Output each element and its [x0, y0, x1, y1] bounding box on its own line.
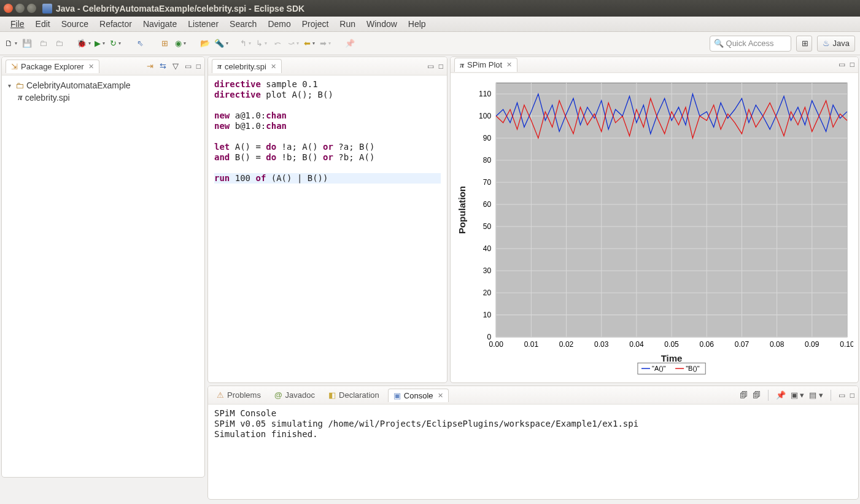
view-menu-icon[interactable]: ▽ [172, 61, 179, 71]
menu-search[interactable]: Search [224, 19, 262, 29]
declaration-label: Declaration [339, 390, 379, 400]
console-new-icon[interactable]: ▤ ▾ [809, 390, 823, 400]
run-button[interactable]: ▶ [93, 37, 106, 50]
menu-navigate[interactable]: Navigate [138, 19, 182, 29]
svg-text:"B()": "B()" [686, 365, 700, 372]
package-explorer-panel: ⇲ Package Explorer ✕ ⇥ ⇆ ▽ ▭ □ ▾ 🗀 Celeb… [1, 56, 205, 478]
search-button[interactable]: 🔦 [215, 37, 227, 50]
open-perspective-button[interactable]: ⊞ [796, 36, 812, 52]
menu-source[interactable]: Source [56, 19, 94, 29]
console-output[interactable]: SPiM Console SPiM v0.05 simulating /home… [208, 405, 858, 499]
menu-project[interactable]: Project [296, 19, 335, 29]
minimize-icon[interactable]: ▭ [839, 391, 845, 400]
nav-fwd2-button[interactable]: ⤻ [287, 37, 300, 50]
nav-back-button[interactable]: ↰ [239, 37, 252, 50]
search-icon: 🔍 [714, 39, 724, 48]
java-perspective-label: Java [833, 39, 850, 48]
minimize-icon[interactable]: ▭ [839, 60, 845, 69]
menu-listener[interactable]: Listener [182, 19, 224, 29]
link-editor-icon[interactable]: ⇆ [160, 61, 166, 71]
print-button[interactable]: 🗀 [53, 37, 65, 50]
editor-tab-label: celebrity.spi [225, 62, 266, 71]
svg-text:0.00: 0.00 [489, 339, 504, 348]
javadoc-icon: @ [274, 390, 282, 400]
svg-text:"A()": "A()" [652, 365, 666, 372]
pin-editor-button[interactable]: 📌 [344, 37, 356, 50]
new-class-button[interactable]: ◉ [174, 37, 187, 50]
maximize-icon[interactable]: □ [439, 62, 443, 71]
svg-text:90: 90 [483, 134, 492, 142]
maximize-icon[interactable]: □ [850, 391, 854, 400]
tree-file-row[interactable]: π celebrity.spi [4, 91, 202, 104]
console-icon: ▣ [393, 391, 401, 400]
folder-icon: 🗀 [15, 80, 24, 90]
menu-refactor[interactable]: Refactor [94, 19, 138, 29]
java-perspective-icon: ♨ [823, 39, 830, 48]
window-titlebar: Java - CelebrityAutomataExample/celebrit… [0, 0, 860, 17]
console-display-icon[interactable]: ▣ ▾ [791, 390, 805, 400]
minimize-icon[interactable]: ▭ [427, 62, 434, 71]
new-button[interactable]: 🗋 [5, 37, 17, 50]
run-last-button[interactable]: ↻ [109, 37, 122, 50]
expand-icon[interactable]: ▾ [6, 82, 13, 89]
open-type-button[interactable]: 📂 [199, 37, 211, 50]
svg-text:0.08: 0.08 [770, 339, 784, 348]
quick-access-input[interactable]: 🔍 Quick Access [710, 36, 791, 52]
window-close-button[interactable] [4, 4, 13, 13]
menu-edit[interactable]: Edit [30, 19, 56, 29]
svg-text:10: 10 [483, 310, 492, 319]
window-minimize-button[interactable] [15, 4, 25, 13]
wand-button[interactable]: ⇖ [134, 37, 146, 50]
nav-prev-edit-button[interactable]: ⤺ [271, 37, 284, 50]
menu-window[interactable]: Window [361, 19, 403, 29]
close-icon[interactable]: ✕ [505, 61, 512, 69]
minimize-icon[interactable]: ▭ [185, 62, 192, 71]
tree-file-label: celebrity.spi [25, 93, 70, 103]
svg-text:110: 110 [479, 90, 491, 98]
close-icon[interactable]: ✕ [436, 392, 443, 400]
package-tree[interactable]: ▾ 🗀 CelebrityAutomataExample π celebrity… [2, 76, 204, 477]
console-label: Console [404, 391, 433, 400]
window-title: Java - CelebrityAutomataExample/celebrit… [56, 4, 304, 14]
code-editor[interactable]: directive sample 0.1 directive plot A();… [208, 76, 447, 382]
collapse-all-icon[interactable]: ⇥ [147, 61, 153, 71]
menu-demo[interactable]: Demo [262, 19, 296, 29]
menu-file[interactable]: File [5, 19, 30, 29]
save-button[interactable]: 💾 [21, 37, 33, 50]
nav-fwd3-button[interactable]: ➡ [319, 37, 331, 50]
maximize-icon[interactable]: □ [196, 62, 201, 71]
svg-text:0.10: 0.10 [840, 339, 853, 348]
svg-text:30: 30 [483, 266, 492, 274]
console-pin-icon[interactable]: 📌 [776, 390, 786, 400]
java-perspective-button[interactable]: ♨ Java [817, 36, 855, 52]
window-maximize-button[interactable] [27, 4, 36, 13]
javadoc-label: Javadoc [285, 390, 315, 400]
bottom-panel: ⚠ Problems @ Javadoc ◧ Declaration ▣ Con… [207, 386, 859, 500]
console-action1-icon[interactable]: 🗐 [740, 390, 748, 400]
svg-text:0.06: 0.06 [700, 339, 715, 348]
package-explorer-tab[interactable]: ⇲ Package Explorer ✕ [6, 60, 99, 73]
problems-tab[interactable]: ⚠ Problems [212, 389, 266, 401]
chart-area[interactable]: 0.000.010.020.030.040.050.060.070.080.09… [453, 77, 853, 381]
svg-text:20: 20 [483, 288, 492, 297]
menu-help[interactable]: Help [403, 19, 432, 29]
nav-back2-button[interactable]: ⬅ [303, 37, 316, 50]
declaration-tab[interactable]: ◧ Declaration [323, 389, 384, 401]
spim-plot-tab[interactable]: π SPim Plot ✕ [454, 58, 517, 72]
maximize-icon[interactable]: □ [850, 60, 854, 69]
javadoc-tab[interactable]: @ Javadoc [269, 389, 320, 401]
new-package-button[interactable]: ⊞ [158, 37, 171, 50]
tree-project-row[interactable]: ▾ 🗀 CelebrityAutomataExample [4, 79, 202, 91]
close-icon[interactable]: ✕ [87, 63, 94, 71]
svg-text:50: 50 [483, 222, 492, 230]
menu-run[interactable]: Run [334, 19, 361, 29]
close-icon[interactable]: ✕ [269, 63, 276, 71]
debug-button[interactable]: 🐞 [77, 37, 90, 50]
svg-text:Population: Population [457, 185, 467, 233]
console-action2-icon[interactable]: 🗐 [753, 390, 761, 400]
editor-tab[interactable]: π celebrity.spi ✕ [212, 59, 282, 73]
menu-bar: File Edit Source Refactor Navigate Liste… [0, 17, 860, 32]
save-all-button[interactable]: 🗀 [37, 37, 49, 50]
console-tab[interactable]: ▣ Console ✕ [388, 389, 449, 402]
nav-step-button[interactable]: ↳ [255, 37, 268, 50]
